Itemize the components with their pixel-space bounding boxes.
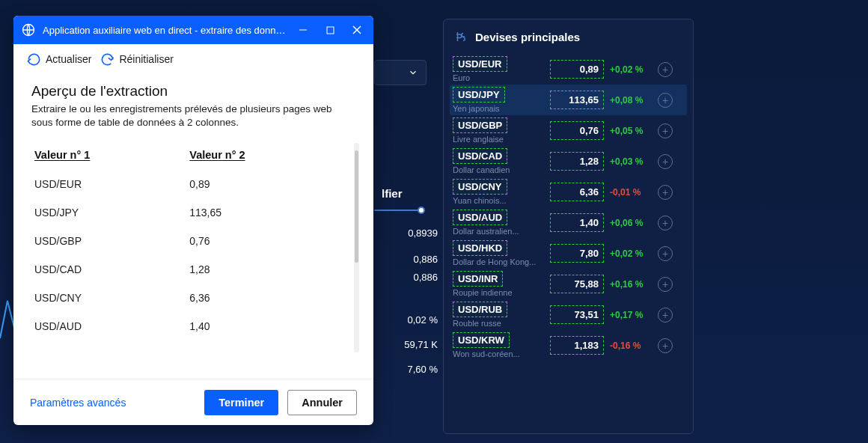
currency-pair-name: Dollar canadien bbox=[453, 165, 544, 174]
cell-value-2: 1,28 bbox=[186, 255, 348, 284]
table-row: USD/GBP0,76 bbox=[31, 227, 348, 255]
bg-currency-dropdown[interactable] bbox=[374, 60, 427, 85]
finish-button[interactable]: Terminer bbox=[204, 390, 278, 415]
bg-slider-track bbox=[374, 210, 423, 211]
currency-rate: 0,89 bbox=[550, 60, 604, 79]
currency-change: +0,02 % bbox=[610, 248, 652, 259]
currency-pair-name: Roupie indienne bbox=[453, 288, 544, 297]
reset-button[interactable]: Réinitialiser bbox=[97, 49, 176, 70]
add-currency-button[interactable]: + bbox=[658, 246, 673, 261]
add-currency-button[interactable]: + bbox=[658, 93, 673, 108]
currency-change: +0,08 % bbox=[610, 95, 652, 106]
currency-rate: 1,183 bbox=[550, 336, 604, 355]
currency-change: +0,03 % bbox=[610, 156, 652, 167]
table-row: USD/CNY6,36 bbox=[31, 284, 348, 312]
bg-value-3: 0,886 bbox=[374, 272, 438, 283]
bg-value-5: 59,71 K bbox=[374, 339, 438, 350]
currency-pair-name: Euro bbox=[453, 73, 544, 82]
currency-pair-code: USD/INR bbox=[453, 271, 503, 287]
add-currency-button[interactable]: + bbox=[658, 216, 673, 230]
currency-rate: 1,40 bbox=[550, 213, 604, 232]
currency-row[interactable]: USD/CADDollar canadien1,28+0,03 %+ bbox=[453, 146, 684, 177]
currency-rate: 1,28 bbox=[550, 152, 604, 171]
bg-value-4: 0,02 % bbox=[374, 314, 438, 326]
bg-value-1: 0,8939 bbox=[374, 227, 438, 239]
globe-icon bbox=[21, 22, 36, 37]
currency-pair-code: USD/CNY bbox=[453, 179, 507, 195]
cancel-button[interactable]: Annuler bbox=[287, 390, 357, 415]
currency-change: +0,02 % bbox=[610, 64, 652, 75]
add-currency-button[interactable]: + bbox=[658, 154, 673, 169]
add-currency-button[interactable]: + bbox=[658, 62, 673, 77]
currency-row[interactable]: USD/EUREuro0,89+0,02 %+ bbox=[453, 54, 684, 85]
currency-icon bbox=[454, 30, 468, 43]
currency-rate: 75,88 bbox=[550, 275, 604, 293]
currency-row[interactable]: USD/HKDDollar de Hong Kong...7,80+0,02 %… bbox=[453, 238, 684, 269]
cell-value-1: USD/CNY bbox=[31, 284, 186, 312]
cell-value-2: 6,36 bbox=[186, 284, 348, 312]
close-button[interactable] bbox=[343, 16, 370, 44]
currency-pair-name: Won sud-coréen... bbox=[453, 349, 544, 358]
currency-row[interactable]: USD/RUBRouble russe73,51+0,17 %+ bbox=[453, 299, 684, 330]
currency-pair-code: USD/EUR bbox=[453, 56, 507, 72]
currency-pair-code: USD/HKD bbox=[453, 240, 507, 256]
cell-value-2: 1,40 bbox=[186, 312, 348, 340]
currency-rate: 6,36 bbox=[550, 183, 604, 201]
currency-pair-code: USD/RUB bbox=[453, 302, 507, 317]
cell-value-1: USD/GBP bbox=[31, 227, 186, 255]
advanced-settings-link[interactable]: Paramètres avancés bbox=[30, 397, 126, 409]
table-row: USD/EUR0,89 bbox=[31, 170, 348, 198]
bg-value-2: 0,886 bbox=[374, 254, 438, 265]
currency-panel: Devises principales USD/EUREuro0,89+0,02… bbox=[443, 19, 694, 434]
cell-value-1: USD/CAD bbox=[31, 255, 186, 284]
dialog-subheading: Extraire le ou les enregistrements préle… bbox=[31, 103, 355, 129]
add-currency-button[interactable]: + bbox=[658, 277, 673, 292]
currency-pair-code: USD/GBP bbox=[453, 117, 507, 133]
currency-row[interactable]: USD/JPYYen japonais113,65+0,08 %+ bbox=[450, 85, 687, 115]
reset-label: Réinitialiser bbox=[119, 53, 173, 65]
cell-value-1: USD/JPY bbox=[31, 198, 186, 227]
svg-rect-2 bbox=[327, 27, 334, 34]
currency-row[interactable]: USD/AUDDollar australien...1,40+0,06 %+ bbox=[453, 207, 684, 238]
refresh-button[interactable]: Actualiser bbox=[24, 49, 94, 70]
currency-change: +0,06 % bbox=[610, 218, 652, 228]
maximize-button[interactable] bbox=[317, 16, 343, 44]
currency-rate: 7,80 bbox=[550, 244, 604, 263]
cell-value-2: 113,65 bbox=[186, 198, 348, 227]
currency-pair-name: Yen japonais bbox=[453, 104, 544, 113]
extract-preview-table: Valeur n° 1 Valeur n° 2 USD/EUR0,89USD/J… bbox=[31, 143, 348, 340]
cell-value-1: USD/AUD bbox=[31, 312, 186, 340]
currency-change: +0,16 % bbox=[610, 279, 652, 290]
scrollbar-thumb[interactable] bbox=[355, 150, 358, 263]
currency-pair-code: USD/CAD bbox=[453, 148, 507, 164]
currency-rate: 73,51 bbox=[550, 305, 604, 324]
currency-pair-code: USD/KRW bbox=[453, 332, 510, 348]
cell-value-2: 0,89 bbox=[186, 170, 348, 198]
currency-pair-name: Rouble russe bbox=[453, 319, 544, 328]
currency-pair-name: Dollar australien... bbox=[453, 227, 544, 236]
currency-pair-name: Livre anglaise bbox=[453, 135, 544, 144]
add-currency-button[interactable]: + bbox=[658, 338, 673, 353]
column-header-1[interactable]: Valeur n° 1 bbox=[31, 143, 186, 170]
dialog-title: Application auxiliaire web en direct - e… bbox=[43, 25, 290, 36]
currency-pair-name: Dollar de Hong Kong... bbox=[453, 257, 544, 266]
bg-value-6: 7,60 % bbox=[374, 364, 438, 375]
currency-panel-title: Devises principales bbox=[475, 31, 580, 43]
dialog-titlebar[interactable]: Application auxiliaire web en direct - e… bbox=[13, 16, 373, 44]
bg-slider-thumb[interactable] bbox=[418, 207, 425, 214]
currency-rate: 0,76 bbox=[550, 121, 604, 140]
currency-row[interactable]: USD/CNYYuan chinois...6,36-0,01 %+ bbox=[453, 177, 684, 207]
add-currency-button[interactable]: + bbox=[658, 308, 673, 323]
column-header-2[interactable]: Valeur n° 2 bbox=[186, 143, 348, 170]
table-row: USD/AUD1,40 bbox=[31, 312, 348, 340]
currency-rate: 113,65 bbox=[550, 91, 604, 109]
bg-text-fragment: lfier bbox=[382, 187, 403, 200]
minimize-button[interactable] bbox=[290, 16, 317, 44]
table-row: USD/JPY113,65 bbox=[31, 198, 348, 227]
add-currency-button[interactable]: + bbox=[658, 185, 673, 200]
currency-row[interactable]: USD/GBPLivre anglaise0,76+0,05 %+ bbox=[453, 115, 684, 146]
cell-value-1: USD/EUR bbox=[31, 170, 186, 198]
currency-row[interactable]: USD/KRWWon sud-coréen...1,183-0,16 %+ bbox=[453, 330, 684, 361]
currency-row[interactable]: USD/INRRoupie indienne75,88+0,16 %+ bbox=[453, 269, 684, 299]
add-currency-button[interactable]: + bbox=[658, 123, 673, 138]
